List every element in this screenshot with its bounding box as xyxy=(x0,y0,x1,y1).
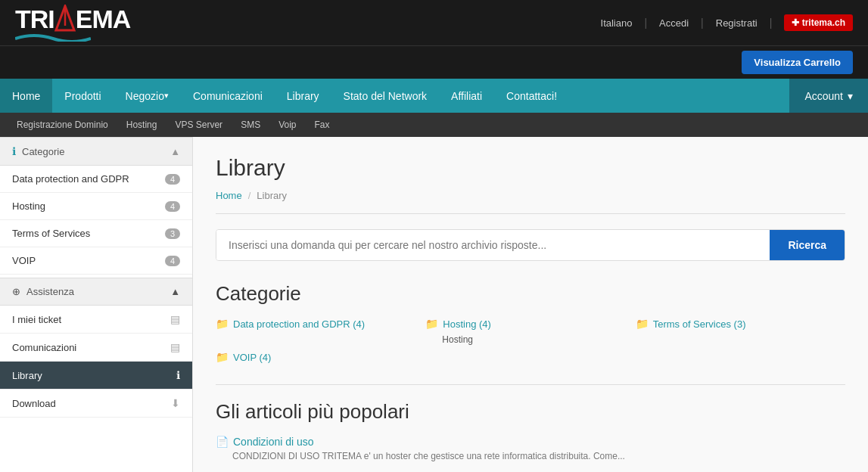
subnav-vps[interactable]: VPS Server xyxy=(166,113,232,137)
sidebar-categories-label: Categorie xyxy=(22,146,64,157)
sidebar-item-download-label: Download xyxy=(12,398,56,409)
article-item-1: 📄 Condizioni di uso CONDIZIONI DI USO TR… xyxy=(216,436,845,461)
account-label: Account xyxy=(804,90,843,102)
nav-products[interactable]: Prodotti xyxy=(52,79,113,113)
sidebar-item-tos[interactable]: Terms of Services 3 xyxy=(0,220,192,247)
sub-nav: Registrazione Dominio Hosting VPS Server… xyxy=(0,113,868,137)
article-desc-1: CONDIZIONI DI USO TRITEMA e' un hoster c… xyxy=(232,451,845,461)
subnav-fax[interactable]: Fax xyxy=(306,113,339,137)
sidebar-item-tos-label: Terms of Services xyxy=(12,228,90,239)
download-icon: ⬇ xyxy=(171,397,180,409)
category-tos-label: Terms of Services (3) xyxy=(653,318,746,330)
category-hosting-label: Hosting (4) xyxy=(443,318,491,330)
library-icon: ℹ xyxy=(176,369,180,381)
subnav-voip[interactable]: Voip xyxy=(269,113,305,137)
sidebar-categories-header: ℹ Categorie ▲ xyxy=(0,137,192,166)
logo-figure xyxy=(54,5,76,33)
language-selector[interactable]: Italiano xyxy=(601,17,633,29)
top-bar: TRI EMA Italiano | Accedi | Registrati |… xyxy=(0,0,868,45)
page-title: Library xyxy=(216,155,845,181)
divider2: | xyxy=(701,17,704,29)
category-gdpr-link[interactable]: 📁 Data protection and GDPR (4) xyxy=(216,318,365,330)
breadcrumb-sep: / xyxy=(248,190,251,201)
account-arrow: ▾ xyxy=(848,90,853,102)
sidebar-item-tickets[interactable]: I miei ticket ▤ xyxy=(0,306,192,334)
nav-network-status[interactable]: Stato del Network xyxy=(331,79,440,113)
category-voip: 📁 VOIP (4) xyxy=(216,351,425,363)
divider1: | xyxy=(644,17,647,29)
categories-title: Categorie xyxy=(216,282,845,306)
nav-account[interactable]: Account ▾ xyxy=(789,79,868,113)
category-tos: 📁 Terms of Services (3) xyxy=(636,318,845,345)
sidebar-item-hosting-badge: 4 xyxy=(165,201,180,212)
sidebar-item-library[interactable]: Library ℹ xyxy=(0,362,192,390)
nav-bar: Home Prodotti Negozio Comunicazioni Libr… xyxy=(0,79,868,113)
sidebar-item-gdpr-badge: 4 xyxy=(165,174,180,185)
cart-bar: Visualizza Carrello xyxy=(0,45,868,79)
main-content: Library Home / Library Ricerca Categorie… xyxy=(193,137,868,472)
search-button[interactable]: Ricerca xyxy=(770,230,845,260)
swiss-badge: ✚ tritema.ch xyxy=(784,14,853,31)
categories-arrow: ▲ xyxy=(170,146,180,157)
sidebar-item-hosting-label: Hosting xyxy=(12,200,45,212)
breadcrumb-current: Library xyxy=(257,190,287,201)
sidebar-item-hosting[interactable]: Hosting 4 xyxy=(0,193,192,220)
article-title-1: Condizioni di uso xyxy=(233,436,314,448)
cart-button[interactable]: Visualizza Carrello xyxy=(742,51,853,74)
logo-text2: EMA xyxy=(76,5,131,34)
assistenza-arrow: ▲ xyxy=(170,286,180,297)
layout: ℹ Categorie ▲ Data protection and GDPR 4… xyxy=(0,137,868,472)
sidebar-assistenza-label: Assistenza xyxy=(26,286,74,297)
sidebar: ℹ Categorie ▲ Data protection and GDPR 4… xyxy=(0,137,193,472)
register-link[interactable]: Registrati xyxy=(716,17,758,29)
article-link-1[interactable]: 📄 Condizioni di uso xyxy=(216,436,845,448)
category-gdpr: 📁 Data protection and GDPR (4) xyxy=(216,318,425,345)
folder-icon-gdpr: 📁 xyxy=(216,318,229,330)
nav-library[interactable]: Library xyxy=(275,79,331,113)
nav-affiliates[interactable]: Affiliati xyxy=(439,79,494,113)
comunicazioni-icon: ▤ xyxy=(170,341,180,353)
search-bar: Ricerca xyxy=(216,229,845,261)
category-voip-link[interactable]: 📁 VOIP (4) xyxy=(216,351,271,363)
globe-icon: ⊕ xyxy=(12,286,20,297)
categories-grid: 📁 Data protection and GDPR (4) 📁 Hosting… xyxy=(216,318,845,363)
sidebar-item-gdpr-label: Data protection and GDPR xyxy=(12,173,129,185)
login-link[interactable]: Accedi xyxy=(659,17,689,29)
logo-wave xyxy=(15,31,91,42)
popular-articles-title: Gli articoli più popolari xyxy=(216,384,845,424)
category-tos-link[interactable]: 📁 Terms of Services (3) xyxy=(636,318,746,330)
divider3: | xyxy=(770,17,773,29)
folder-icon-tos: 📁 xyxy=(636,318,649,330)
category-hosting-sub: Hosting xyxy=(442,334,473,345)
nav-communications[interactable]: Comunicazioni xyxy=(181,79,275,113)
sidebar-item-voip[interactable]: VOIP 4 xyxy=(0,247,192,275)
sidebar-assistenza-header: ⊕ Assistenza ▲ xyxy=(0,278,192,306)
logo: TRI EMA xyxy=(15,5,130,42)
nav-shop[interactable]: Negozio xyxy=(114,79,181,113)
category-gdpr-label: Data protection and GDPR (4) xyxy=(233,318,365,330)
logo-text: TRI xyxy=(15,5,54,34)
sidebar-item-voip-label: VOIP xyxy=(12,255,36,266)
category-hosting-link[interactable]: 📁 Hosting (4) xyxy=(425,318,491,330)
top-right: Italiano | Accedi | Registrati | ✚ trite… xyxy=(601,14,853,31)
sidebar-item-voip-badge: 4 xyxy=(165,256,180,266)
subnav-domain[interactable]: Registrazione Dominio xyxy=(8,113,117,137)
subnav-hosting[interactable]: Hosting xyxy=(117,113,166,137)
doc-icon-1: 📄 xyxy=(216,436,229,448)
sidebar-item-gdpr[interactable]: Data protection and GDPR 4 xyxy=(0,166,192,193)
category-hosting: 📁 Hosting (4) Hosting xyxy=(425,318,635,345)
subnav-sms[interactable]: SMS xyxy=(232,113,269,137)
breadcrumb: Home / Library xyxy=(216,190,845,214)
breadcrumb-home[interactable]: Home xyxy=(216,190,242,201)
folder-icon-hosting: 📁 xyxy=(425,318,438,330)
nav-contact[interactable]: Contattaci! xyxy=(494,79,569,113)
nav-home[interactable]: Home xyxy=(0,79,52,113)
sidebar-item-download[interactable]: Download ⬇ xyxy=(0,390,192,418)
search-input[interactable] xyxy=(216,230,770,260)
sidebar-item-comunicazioni-label: Comunicazioni xyxy=(12,342,76,353)
sidebar-item-comunicazioni[interactable]: Comunicazioni ▤ xyxy=(0,334,192,362)
info-icon: ℹ xyxy=(12,145,16,157)
category-voip-label: VOIP (4) xyxy=(233,352,271,363)
sidebar-item-library-label: Library xyxy=(12,370,42,381)
sidebar-item-tos-badge: 3 xyxy=(165,228,180,239)
